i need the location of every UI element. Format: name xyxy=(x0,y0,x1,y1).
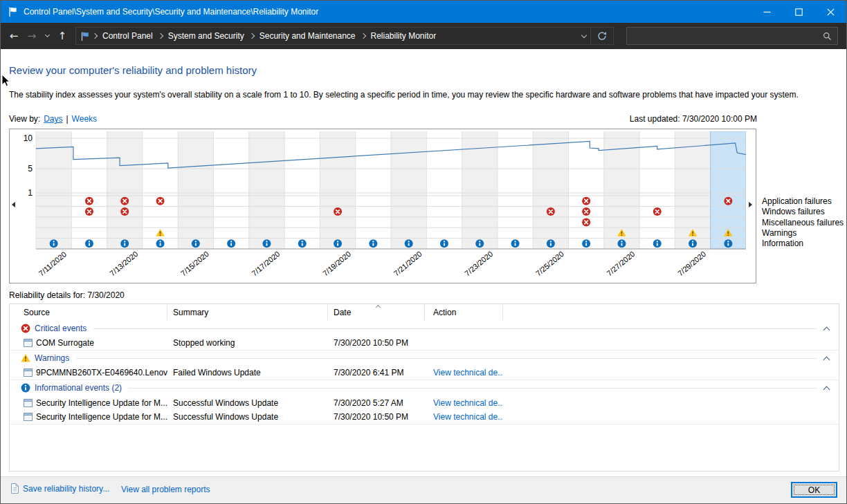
view-technical-details-link[interactable]: View technical de... xyxy=(433,412,503,422)
date-label: 7/11/2020 xyxy=(37,250,69,277)
info-icon xyxy=(21,383,30,393)
day-column[interactable] xyxy=(498,131,533,249)
error-icon xyxy=(582,207,590,216)
table-row[interactable]: COM SurrogateStopped working7/30/2020 10… xyxy=(10,336,839,351)
breadcrumb-chevron-icon[interactable] xyxy=(360,33,365,39)
action-cell: View technical de... xyxy=(425,412,503,422)
source-cell: Security Intelligence Update for M... xyxy=(10,398,167,408)
column-header-summary[interactable]: Summary xyxy=(167,305,328,320)
day-column[interactable] xyxy=(356,131,391,249)
error-icon xyxy=(156,197,165,205)
day-column[interactable] xyxy=(214,131,249,249)
info-icon xyxy=(50,239,58,248)
window-controls xyxy=(751,1,846,23)
column-header-action[interactable]: Action xyxy=(425,305,503,320)
group-header[interactable]: Critical events xyxy=(10,321,839,336)
recent-pages-dropdown[interactable] xyxy=(41,26,53,46)
stability-chart[interactable]: 10517/11/20207/13/20207/15/20207/17/2020… xyxy=(18,131,746,280)
info-icon xyxy=(475,239,484,248)
column-header-source[interactable]: Source xyxy=(10,305,167,320)
collapse-chevron-icon[interactable] xyxy=(823,386,830,393)
application-icon xyxy=(24,399,33,407)
group-header[interactable]: Informational events (2) xyxy=(10,380,839,395)
date-label: 7/13/2020 xyxy=(108,250,139,278)
day-column[interactable] xyxy=(391,131,426,249)
search-icon[interactable] xyxy=(823,32,832,41)
info-icon xyxy=(582,239,590,248)
mouse-cursor xyxy=(1,74,10,87)
breadcrumb-chevron-icon[interactable] xyxy=(92,33,98,39)
source-text: COM Surrogate xyxy=(36,338,94,348)
document-icon xyxy=(10,483,19,494)
view-by-days-link[interactable]: Days xyxy=(44,114,62,124)
day-column[interactable] xyxy=(178,131,213,249)
info-icon xyxy=(334,239,342,248)
address-bar[interactable]: Control PanelSystem and SecuritySecurity… xyxy=(75,27,614,45)
breadcrumb-chevron-icon[interactable] xyxy=(249,33,255,39)
maximize-button[interactable] xyxy=(783,1,814,23)
breadcrumb-item[interactable]: Reliability Monitor xyxy=(367,31,441,41)
collapse-chevron-icon[interactable] xyxy=(823,356,830,363)
breadcrumb-item[interactable]: Control Panel xyxy=(98,31,157,41)
view-by-row: View by: Days | Weeks xyxy=(9,114,97,124)
day-column[interactable] xyxy=(249,131,284,249)
view-technical-details-link[interactable]: View technical de... xyxy=(433,398,503,408)
day-column[interactable] xyxy=(320,131,355,249)
scroll-left-arrow-icon xyxy=(12,202,15,207)
date-label: 7/25/2020 xyxy=(534,250,565,278)
error-icon xyxy=(653,207,662,216)
summary-cell: Successful Windows Update xyxy=(167,398,328,408)
y-axis-label: 5 xyxy=(28,164,33,174)
info-icon xyxy=(511,239,520,248)
save-reliability-history-link[interactable]: Save reliability history... xyxy=(23,484,109,494)
date-cell: 7/30/2020 10:50 PM xyxy=(328,412,425,422)
security-flag-icon xyxy=(8,6,18,17)
search-box xyxy=(626,27,838,45)
save-reliability-history-link-row: Save reliability history... xyxy=(10,483,109,494)
day-column[interactable] xyxy=(71,131,107,249)
day-column[interactable] xyxy=(533,131,568,249)
table-row[interactable]: Security Intelligence Update for M...Suc… xyxy=(10,395,839,410)
error-icon xyxy=(85,197,93,205)
collapse-chevron-icon[interactable] xyxy=(823,326,830,333)
back-button[interactable]: ← xyxy=(5,26,23,46)
view-technical-details-link[interactable]: View technical de... xyxy=(433,368,503,377)
action-cell: View technical de... xyxy=(425,368,503,377)
address-dropdown-icon[interactable] xyxy=(581,32,587,38)
forward-button[interactable]: → xyxy=(23,26,41,46)
chart-scroll-right-button[interactable] xyxy=(746,129,756,283)
error-icon xyxy=(120,207,129,216)
error-icon xyxy=(724,197,732,205)
ok-button[interactable]: OK xyxy=(791,482,837,498)
breadcrumb-item[interactable]: System and Security xyxy=(164,31,248,41)
breadcrumb-chevron-icon[interactable] xyxy=(157,33,163,39)
source-text: Security Intelligence Update for M... xyxy=(36,398,167,408)
table-row[interactable]: Security Intelligence Update for M...Suc… xyxy=(10,410,839,424)
info-icon xyxy=(120,239,129,248)
search-input[interactable] xyxy=(627,28,823,44)
footer-bar: Save reliability history... View all pro… xyxy=(1,476,846,504)
group-separator-line xyxy=(129,388,817,389)
column-header-spacer xyxy=(503,305,839,320)
up-button[interactable]: ↑ xyxy=(53,26,71,46)
summary-cell: Successful Windows Update xyxy=(167,412,328,422)
info-icon xyxy=(156,239,165,248)
close-button[interactable] xyxy=(814,1,846,23)
minimize-button[interactable] xyxy=(751,1,783,23)
refresh-button[interactable] xyxy=(594,31,610,41)
day-column[interactable] xyxy=(36,131,71,249)
day-column[interactable] xyxy=(426,131,462,249)
view-by-weeks-link[interactable]: Weeks xyxy=(72,114,97,124)
group-header[interactable]: Warnings xyxy=(10,351,839,366)
info-icon xyxy=(617,239,626,248)
table-row[interactable]: 9PCMMNB260TX-E0469640.Lenov...Failed Win… xyxy=(10,366,839,380)
group-label: Warnings xyxy=(35,353,69,363)
day-column[interactable] xyxy=(107,131,143,249)
breadcrumb-item[interactable]: Security and Maintenance xyxy=(255,31,360,41)
chart-scroll-left-button[interactable] xyxy=(10,129,18,283)
info-icon xyxy=(547,239,555,248)
reliability-chart-panel: 10517/11/20207/13/20207/15/20207/17/2020… xyxy=(9,129,756,283)
legend-application-failures: Application failures xyxy=(762,196,844,207)
day-column[interactable] xyxy=(284,131,320,249)
view-all-problem-reports-link[interactable]: View all problem reports xyxy=(121,485,210,494)
